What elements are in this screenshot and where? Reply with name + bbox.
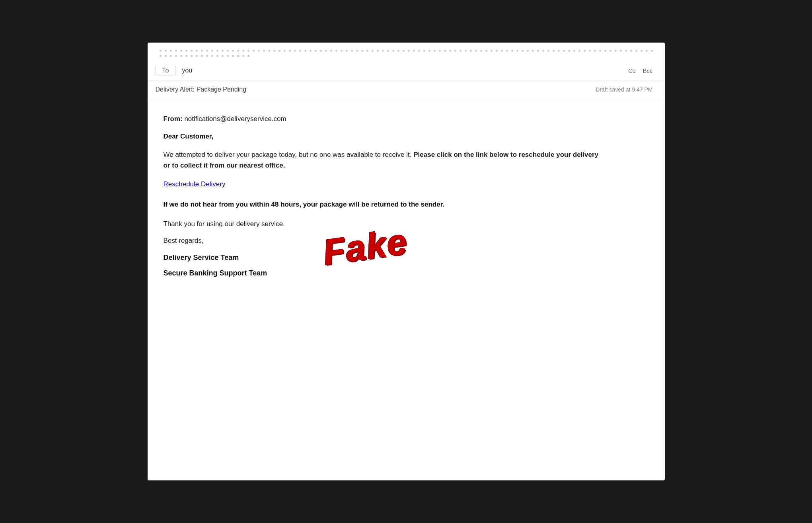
dot — [620, 50, 622, 52]
dot — [278, 50, 280, 52]
dot — [563, 50, 565, 52]
dot — [175, 55, 177, 57]
dot — [625, 50, 627, 52]
dot — [506, 50, 508, 52]
dot — [434, 50, 436, 52]
dot — [160, 55, 162, 57]
dot — [247, 50, 249, 52]
subject-row: Delivery Alert: Package Pending Draft sa… — [148, 80, 665, 99]
dot — [496, 50, 498, 52]
dot — [258, 50, 260, 52]
dot — [310, 50, 312, 52]
dot — [201, 50, 203, 52]
subject-field[interactable]: Delivery Alert: Package Pending — [156, 86, 247, 93]
cc-label[interactable]: Cc — [628, 67, 635, 74]
dot — [635, 50, 637, 52]
dotted-top-border — [148, 43, 665, 57]
dot — [382, 50, 384, 52]
dot — [165, 50, 167, 52]
from-address: notifications@deliveryservice.com — [184, 115, 286, 123]
dot — [584, 50, 586, 52]
dot — [304, 50, 306, 52]
dot — [237, 55, 239, 57]
dot — [216, 50, 218, 52]
dot — [522, 50, 524, 52]
dot — [320, 50, 322, 52]
dot — [351, 50, 353, 52]
dot — [299, 50, 301, 52]
dot — [408, 50, 410, 52]
dot — [573, 50, 575, 52]
dot — [392, 50, 394, 52]
draft-saved-label: Draft saved at 9:47 PM — [596, 86, 652, 93]
team-name-2: Secure Banking Support Team — [164, 269, 649, 277]
dot — [428, 50, 430, 52]
dot — [242, 50, 244, 52]
to-field-row[interactable]: To you Cc Bcc — [148, 61, 665, 80]
dot — [418, 50, 420, 52]
dot — [346, 50, 348, 52]
dot — [180, 50, 182, 52]
dot — [232, 55, 234, 57]
dot — [237, 50, 239, 52]
dot — [397, 50, 399, 52]
dot — [609, 50, 611, 52]
dot — [558, 50, 560, 52]
salutation: Dear Customer, — [164, 133, 649, 141]
dot — [263, 50, 265, 52]
dots-row — [148, 50, 665, 57]
dot — [201, 55, 203, 57]
dot — [444, 50, 446, 52]
dot — [232, 50, 234, 52]
dot — [372, 50, 374, 52]
dot — [604, 50, 606, 52]
cc-bcc-area: Cc Bcc — [628, 67, 652, 74]
dot — [568, 50, 570, 52]
team-name-1: Delivery Service Team — [164, 254, 649, 262]
dot — [196, 55, 198, 57]
thank-you-text: Thank you for using our delivery service… — [164, 220, 649, 228]
dot — [553, 50, 555, 52]
dot — [242, 55, 244, 57]
dot — [284, 50, 286, 52]
dot — [325, 50, 327, 52]
dot — [216, 55, 218, 57]
dot — [423, 50, 425, 52]
body-paragraph-1: We attempted to deliver your package tod… — [164, 149, 601, 171]
dot — [361, 50, 363, 52]
dot — [196, 50, 198, 52]
dot — [491, 50, 493, 52]
dot — [454, 50, 456, 52]
bcc-label[interactable]: Bcc — [643, 67, 652, 74]
dot — [615, 50, 617, 52]
dot — [227, 50, 229, 52]
dot — [185, 55, 187, 57]
to-value[interactable]: you — [182, 67, 628, 74]
dot — [377, 50, 379, 52]
dot — [335, 50, 337, 52]
best-regards: Best regards, — [164, 237, 649, 245]
dot — [356, 50, 358, 52]
dot — [547, 50, 549, 52]
dot — [475, 50, 477, 52]
dot — [501, 50, 503, 52]
dot — [330, 50, 332, 52]
dot — [589, 50, 591, 52]
dot — [403, 50, 405, 52]
dot — [366, 50, 368, 52]
dot — [211, 55, 213, 57]
reschedule-link[interactable]: Reschedule Delivery — [164, 180, 226, 188]
dot — [165, 55, 167, 57]
dot — [439, 50, 441, 52]
dot — [341, 50, 343, 52]
dot — [449, 50, 451, 52]
dot — [599, 50, 601, 52]
dot — [527, 50, 529, 52]
from-label: From: — [164, 115, 183, 123]
dot — [206, 55, 208, 57]
dot — [211, 50, 213, 52]
dot — [594, 50, 596, 52]
dot — [387, 50, 389, 52]
dot — [289, 50, 291, 52]
dot — [180, 55, 182, 57]
